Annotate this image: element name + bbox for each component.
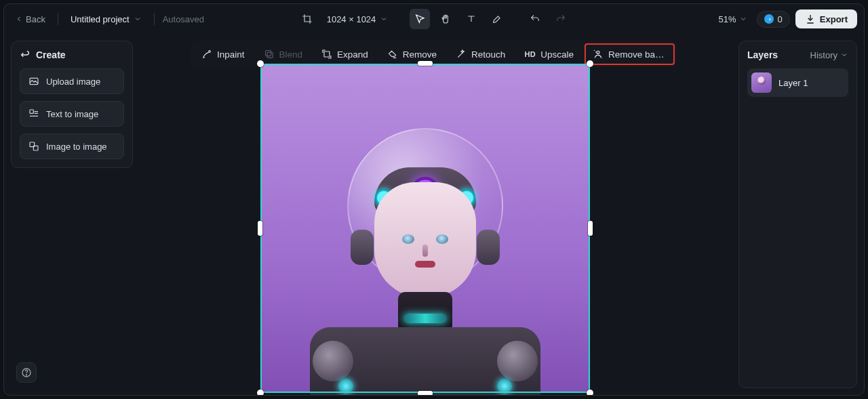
resize-handle-bottom[interactable]: [418, 391, 433, 396]
undo-icon: [530, 14, 540, 24]
back-label: Back: [26, 14, 45, 24]
layers-title: Layers: [747, 49, 778, 60]
layer-thumbnail: [751, 72, 772, 93]
history-dropdown[interactable]: History: [810, 50, 848, 60]
blend-icon: [263, 49, 274, 60]
arrow-return-icon: [20, 49, 31, 60]
action-label: Upscale: [540, 49, 574, 60]
action-remove[interactable]: Remove: [379, 43, 445, 65]
svg-point-8: [597, 51, 599, 54]
action-upscale[interactable]: HD Upscale: [516, 44, 582, 65]
credits-icon: [764, 14, 774, 24]
crop-icon: [302, 14, 313, 24]
layers-panel: Layers History Layer 1: [738, 41, 857, 388]
text-icon: [466, 14, 477, 24]
remove-bg-icon: [593, 49, 604, 60]
canvas-selection[interactable]: [260, 64, 590, 393]
hand-icon: [440, 14, 451, 24]
text-tool-button[interactable]: [461, 9, 481, 29]
canvas-dimensions-text: 1024 × 1024: [327, 14, 376, 24]
back-button[interactable]: Back: [11, 12, 50, 27]
arrow-right-small-icon: [766, 16, 772, 22]
top-bar: Back Untitled project Autosaved 1024 × 1…: [4, 4, 864, 34]
select-tool-button[interactable]: [410, 9, 430, 29]
layer-row[interactable]: Layer 1: [747, 68, 848, 97]
chevron-down-icon: [840, 51, 848, 59]
action-label: Inpaint: [217, 49, 245, 60]
action-retouch[interactable]: Retouch: [448, 43, 513, 65]
zoom-dropdown[interactable]: 51%: [715, 12, 751, 27]
action-label: Expand: [337, 49, 368, 60]
action-inpaint[interactable]: Inpaint: [193, 43, 253, 65]
redo-icon: [555, 14, 566, 24]
top-bar-center: 1024 × 1024: [297, 9, 572, 29]
resize-handle-tl[interactable]: [257, 60, 264, 67]
action-label: Remove back…: [608, 49, 667, 60]
text-to-image-icon: [28, 108, 39, 119]
resize-handle-bl[interactable]: [257, 390, 264, 396]
create-panel-title-row: Create: [20, 49, 124, 60]
crop-tool-button[interactable]: [297, 9, 317, 29]
create-image-to-image[interactable]: Image to image: [20, 133, 124, 159]
create-panel-title: Create: [36, 49, 66, 60]
create-item-label: Image to image: [46, 142, 107, 152]
action-remove-background[interactable]: Remove back…: [585, 43, 675, 65]
top-bar-left: Back Untitled project Autosaved: [11, 12, 292, 27]
resize-handle-br[interactable]: [587, 390, 593, 396]
action-label: Remove: [403, 49, 437, 60]
svg-rect-7: [324, 51, 330, 57]
redo-button[interactable]: [551, 9, 571, 29]
chevron-left-icon: [15, 15, 23, 23]
wand-icon: [456, 49, 467, 60]
action-label: Blend: [279, 49, 302, 60]
resize-handle-right[interactable]: [588, 221, 593, 236]
brush-icon: [492, 14, 502, 24]
create-upload-image[interactable]: Upload image: [20, 68, 124, 94]
project-name-text: Untitled project: [71, 14, 130, 24]
resize-handle-top[interactable]: [418, 61, 433, 66]
create-item-label: Text to image: [46, 109, 98, 119]
canvas-dimensions-dropdown[interactable]: 1024 × 1024: [323, 12, 393, 27]
hd-icon: HD: [524, 50, 536, 58]
credits-pill[interactable]: 0: [757, 11, 790, 28]
project-name-dropdown[interactable]: Untitled project: [66, 12, 146, 27]
svg-rect-1: [30, 110, 33, 113]
cursor-icon: [414, 14, 425, 24]
svg-point-4: [209, 51, 211, 53]
help-button[interactable]: [16, 362, 37, 383]
download-icon: [805, 14, 816, 24]
selection-border: [260, 64, 590, 393]
resize-handle-tr[interactable]: [587, 60, 593, 67]
divider: [58, 13, 58, 25]
brush-tool-button[interactable]: [487, 9, 507, 29]
chevron-down-icon: [380, 15, 388, 23]
pan-tool-button[interactable]: [435, 9, 456, 29]
export-button[interactable]: Export: [795, 9, 857, 28]
image-to-image-icon: [28, 141, 39, 152]
create-panel: Create Upload image Text to image Image …: [11, 41, 133, 168]
upload-image-icon: [28, 76, 39, 87]
chevron-down-icon: [134, 15, 142, 23]
resize-handle-left[interactable]: [258, 221, 262, 236]
export-label: Export: [820, 14, 848, 24]
inpaint-icon: [201, 49, 212, 60]
autosave-status: Autosaved: [163, 14, 204, 24]
history-label: History: [810, 50, 837, 60]
app-window: Back Untitled project Autosaved 1024 × 1…: [3, 3, 865, 396]
create-item-label: Upload image: [46, 77, 100, 87]
svg-rect-6: [267, 52, 273, 58]
chevron-down-icon: [739, 15, 747, 23]
action-expand[interactable]: Expand: [313, 43, 376, 65]
action-blend: Blend: [255, 43, 311, 65]
eraser-icon: [387, 49, 398, 60]
expand-icon: [321, 49, 332, 60]
help-icon: [21, 367, 32, 378]
create-text-to-image[interactable]: Text to image: [20, 101, 124, 127]
credits-value: 0: [778, 14, 783, 24]
undo-button[interactable]: [525, 9, 545, 29]
layer-name: Layer 1: [778, 78, 808, 88]
zoom-value: 51%: [719, 14, 736, 24]
divider: [154, 13, 155, 25]
svg-rect-5: [265, 51, 271, 56]
svg-point-10: [26, 375, 26, 375]
